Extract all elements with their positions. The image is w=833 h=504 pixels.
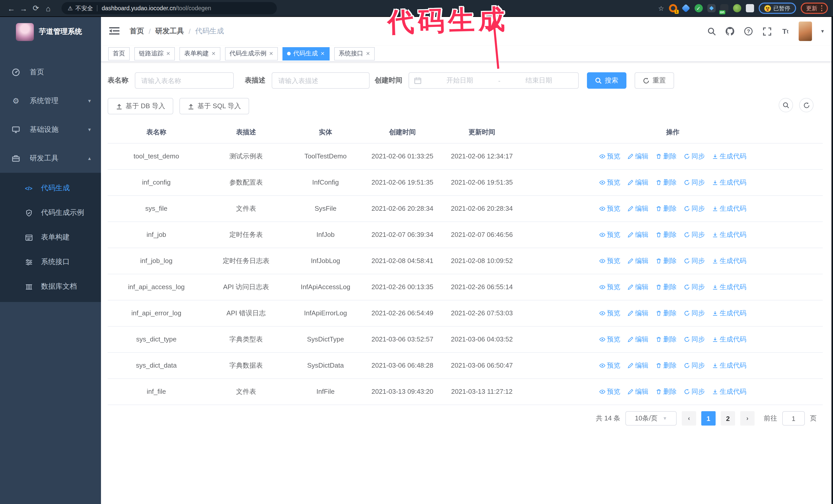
date-start-placeholder[interactable]: 开始日期	[426, 76, 494, 85]
fullscreen-icon[interactable]	[762, 26, 772, 37]
page-size-select[interactable]: 10条/页 ▼	[625, 411, 677, 426]
address-bar[interactable]: ⚠ 不安全 dashboard.yudao.iocoder.cn/tool/co…	[62, 2, 277, 14]
generate-code-link[interactable]: 生成代码	[712, 230, 746, 240]
edit-link[interactable]: 编辑	[627, 230, 648, 240]
reload-icon[interactable]: ⟳	[30, 2, 42, 14]
sync-link[interactable]: 同步	[684, 308, 705, 318]
search-icon[interactable]	[706, 26, 717, 37]
extension-icon-2[interactable]	[681, 4, 690, 13]
generate-code-link[interactable]: 生成代码	[712, 334, 746, 344]
reset-button[interactable]: 重置	[635, 72, 674, 89]
sync-link[interactable]: 同步	[684, 203, 705, 214]
extension-icon-3[interactable]: ✓	[694, 4, 703, 12]
extension-icon-5[interactable]: on	[720, 4, 728, 12]
breadcrumb-devtools[interactable]: 研发工具	[155, 27, 184, 36]
close-icon[interactable]: ✕	[211, 51, 216, 56]
sync-link[interactable]: 同步	[684, 151, 705, 162]
update-chrome-button[interactable]: 更新	[801, 3, 828, 14]
generate-code-link[interactable]: 生成代码	[712, 282, 746, 292]
close-icon[interactable]: ✕	[269, 51, 273, 56]
help-icon[interactable]: ?	[743, 26, 754, 37]
preview-link[interactable]: 预览	[599, 387, 620, 397]
breadcrumb-home[interactable]: 首页	[130, 27, 144, 36]
sync-link[interactable]: 同步	[684, 360, 705, 371]
tab-home[interactable]: 首页	[108, 47, 130, 60]
home-icon[interactable]: ⌂	[42, 2, 54, 14]
forward-icon[interactable]: →	[18, 2, 30, 14]
delete-link[interactable]: 删除	[656, 177, 677, 188]
delete-link[interactable]: 删除	[656, 334, 677, 344]
toggle-search-button[interactable]	[779, 98, 793, 112]
preview-link[interactable]: 预览	[599, 177, 620, 188]
generate-code-link[interactable]: 生成代码	[712, 151, 746, 162]
delete-link[interactable]: 删除	[656, 151, 677, 162]
next-page-button[interactable]: ›	[740, 411, 755, 426]
sidebar-item-codegen-example[interactable]: 代码生成示例	[0, 200, 101, 225]
edit-link[interactable]: 编辑	[627, 334, 648, 344]
delete-link[interactable]: 删除	[656, 282, 677, 292]
tab-form-builder[interactable]: 表单构建✕	[180, 47, 220, 60]
sidebar-item-form-builder[interactable]: 表单构建	[0, 225, 101, 250]
extension-icon-6[interactable]	[733, 4, 741, 12]
refresh-button[interactable]	[799, 98, 813, 112]
sidebar-item-infra[interactable]: 基础设施 ▼	[0, 115, 101, 144]
sync-link[interactable]: 同步	[684, 177, 705, 188]
table-desc-input[interactable]	[272, 72, 370, 89]
edit-link[interactable]: 编辑	[627, 360, 648, 371]
sync-link[interactable]: 同步	[684, 282, 705, 292]
page-button-2[interactable]: 2	[721, 411, 735, 426]
prev-page-button[interactable]: ‹	[682, 411, 696, 426]
preview-link[interactable]: 预览	[599, 203, 620, 214]
search-button[interactable]: 搜索	[587, 72, 626, 89]
edit-link[interactable]: 编辑	[627, 151, 648, 162]
extension-icon-4[interactable]	[707, 4, 715, 12]
generate-code-link[interactable]: 生成代码	[712, 308, 746, 318]
generate-code-link[interactable]: 生成代码	[712, 203, 746, 214]
extension-icon-1[interactable]: 1	[669, 4, 677, 12]
tab-codegen[interactable]: 代码生成✕	[282, 47, 329, 60]
edit-link[interactable]: 编辑	[627, 308, 648, 318]
preview-link[interactable]: 预览	[599, 334, 620, 344]
sidebar-item-db-doc[interactable]: 数据库文档	[0, 274, 101, 299]
sync-link[interactable]: 同步	[684, 256, 705, 266]
page-button-1[interactable]: 1	[701, 411, 716, 426]
preview-link[interactable]: 预览	[599, 308, 620, 318]
preview-link[interactable]: 预览	[599, 282, 620, 292]
generate-code-link[interactable]: 生成代码	[712, 360, 746, 371]
edit-link[interactable]: 编辑	[627, 282, 648, 292]
delete-link[interactable]: 删除	[656, 203, 677, 214]
generate-code-link[interactable]: 生成代码	[712, 387, 746, 397]
table-name-input[interactable]	[135, 72, 234, 89]
delete-link[interactable]: 删除	[656, 387, 677, 397]
edit-link[interactable]: 编辑	[627, 177, 648, 188]
import-sql-button[interactable]: 基于 SQL 导入	[180, 98, 249, 114]
sidebar-item-system[interactable]: ⚙ 系统管理 ▼	[0, 87, 101, 115]
sidebar-item-codegen[interactable]: </> 代码生成	[0, 176, 101, 200]
preview-link[interactable]: 预览	[599, 151, 620, 162]
generate-code-link[interactable]: 生成代码	[712, 256, 746, 266]
edit-link[interactable]: 编辑	[627, 203, 648, 214]
delete-link[interactable]: 删除	[656, 256, 677, 266]
paused-badge[interactable]: 已暂停	[758, 3, 796, 14]
sidebar-item-devtools[interactable]: 研发工具 ▲	[0, 144, 101, 173]
generate-code-link[interactable]: 生成代码	[712, 177, 746, 188]
browser-menu-icon[interactable]	[821, 5, 822, 11]
delete-link[interactable]: 删除	[656, 360, 677, 371]
tab-tracing[interactable]: 链路追踪✕	[134, 47, 175, 60]
user-menu-caret-icon[interactable]: ▼	[820, 29, 825, 34]
preview-link[interactable]: 预览	[599, 256, 620, 266]
import-db-button[interactable]: 基于 DB 导入	[108, 98, 173, 114]
bookmark-star-icon[interactable]: ☆	[658, 4, 664, 12]
tab-system-api[interactable]: 系统接口✕	[334, 47, 375, 60]
back-icon[interactable]: ←	[5, 2, 18, 14]
close-icon[interactable]: ✕	[320, 51, 325, 56]
puzzle-extensions-icon[interactable]	[745, 4, 754, 12]
hamburger-icon[interactable]	[109, 26, 120, 37]
sync-link[interactable]: 同步	[684, 387, 705, 397]
delete-link[interactable]: 删除	[656, 308, 677, 318]
font-size-icon[interactable]: Tt	[780, 26, 790, 37]
preview-link[interactable]: 预览	[599, 360, 620, 371]
sidebar-item-system-api[interactable]: 系统接口	[0, 250, 101, 274]
user-avatar[interactable]	[799, 22, 812, 41]
sync-link[interactable]: 同步	[684, 334, 705, 344]
